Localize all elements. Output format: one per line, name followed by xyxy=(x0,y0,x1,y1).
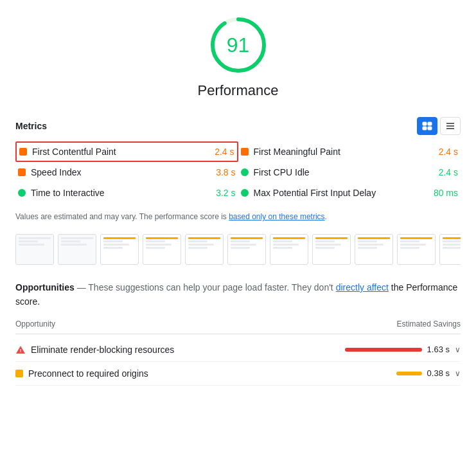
metric-time-to-interactive: Time to Interactive 3.2 s xyxy=(15,183,238,203)
metric-dot-fci xyxy=(241,168,249,176)
svg-rect-3 xyxy=(428,122,432,125)
metric-first-cpu-idle: First CPU Idle 2.4 s xyxy=(238,162,461,183)
metrics-header: Metrics xyxy=(15,117,461,135)
filmstrip-frame-4 xyxy=(143,234,181,265)
metrics-link[interactable]: based only on these metrics xyxy=(229,212,324,221)
filmstrip xyxy=(15,231,461,267)
opp-bar-container-preconnect: 0.38 s ∨ xyxy=(396,368,461,378)
grid-view-button[interactable] xyxy=(417,117,437,135)
opp-col-name: Opportunity xyxy=(15,320,55,328)
opp-expand-preconnect[interactable]: ∨ xyxy=(455,369,461,378)
score-section: 91 Performance xyxy=(15,13,461,109)
square-orange-icon xyxy=(15,370,23,377)
metric-name-fid: Max Potential First Input Delay xyxy=(254,188,428,198)
opp-value-preconnect: 0.38 s xyxy=(427,368,450,378)
opp-name-render-blocking: Eliminate render-blocking resources xyxy=(31,345,340,355)
metric-name-fci: First CPU Idle xyxy=(254,167,434,177)
filmstrip-frame-9 xyxy=(355,234,393,265)
opportunities-subtitle: — These suggestions can help your page l… xyxy=(75,282,336,292)
metrics-grid: First Contentful Paint 2.4 s First Meani… xyxy=(15,141,461,203)
view-toggle xyxy=(417,117,461,135)
metric-dot-fmp xyxy=(241,148,249,156)
list-view-button[interactable] xyxy=(440,117,461,135)
opp-bar-preconnect xyxy=(396,372,422,375)
opportunities-title: Opportunities xyxy=(15,282,75,292)
metric-dot-fcp xyxy=(19,148,27,156)
opp-name-preconnect: Preconnect to required origins xyxy=(28,368,391,379)
metric-value-tti: 3.2 s xyxy=(216,188,235,198)
metric-max-fid: Max Potential First Input Delay 80 ms xyxy=(238,183,461,203)
filmstrip-frame-6 xyxy=(227,234,266,265)
performance-label: Performance xyxy=(198,82,279,99)
metric-first-meaningful-paint: First Meaningful Paint 2.4 s xyxy=(238,141,461,162)
opp-item-preconnect: Preconnect to required origins 0.38 s ∨ xyxy=(15,362,461,386)
score-value: 91 xyxy=(227,33,250,57)
svg-rect-4 xyxy=(423,127,427,130)
metric-value-fmp: 2.4 s xyxy=(439,147,458,157)
metric-name-tti: Time to Interactive xyxy=(31,188,211,198)
filmstrip-frame-5 xyxy=(185,234,224,265)
list-icon xyxy=(445,122,455,130)
svg-rect-2 xyxy=(423,122,427,125)
opportunities-header: Opportunities — These suggestions can he… xyxy=(15,280,461,309)
metric-dot-tti xyxy=(18,189,26,197)
metric-first-contentful-paint: First Contentful Paint 2.4 s xyxy=(15,141,238,162)
metrics-info-text: Values are estimated and may vary. The p… xyxy=(15,211,461,222)
metric-speed-index: Speed Index 3.8 s xyxy=(15,162,238,183)
filmstrip-frame-1 xyxy=(15,234,54,265)
directly-affect-link[interactable]: directly affect xyxy=(336,282,389,292)
filmstrip-frame-8 xyxy=(312,234,351,265)
filmstrip-frame-10 xyxy=(397,234,436,265)
metric-name-fmp: First Meaningful Paint xyxy=(254,147,434,157)
metric-value-si: 3.8 s xyxy=(216,167,235,177)
filmstrip-frame-7 xyxy=(270,234,308,265)
grid-icon xyxy=(422,122,432,130)
metric-dot-si xyxy=(18,168,26,176)
filmstrip-frame-2 xyxy=(58,234,96,265)
opp-item-render-blocking: ! Eliminate render-blocking resources 1.… xyxy=(15,338,461,362)
metric-value-fci: 2.4 s xyxy=(439,167,458,177)
metric-dot-fid xyxy=(241,189,249,197)
warning-triangle-icon: ! xyxy=(15,345,26,355)
metrics-title: Metrics xyxy=(15,121,47,131)
opp-col-savings: Estimated Savings xyxy=(397,320,461,328)
svg-text:!: ! xyxy=(20,348,22,354)
opp-bar-container-render-blocking: 1.63 s ∨ xyxy=(345,345,461,354)
filmstrip-frame-3 xyxy=(100,234,139,265)
opp-expand-render-blocking[interactable]: ∨ xyxy=(455,345,461,354)
opp-bar-render-blocking xyxy=(345,348,422,352)
opp-value-render-blocking: 1.63 s xyxy=(427,345,450,354)
svg-rect-5 xyxy=(428,127,432,130)
opportunities-table-header: Opportunity Estimated Savings xyxy=(15,317,461,334)
metric-value-fid: 80 ms xyxy=(434,188,458,198)
metric-value-fcp: 2.4 s xyxy=(215,147,234,157)
score-circle: 91 xyxy=(206,13,270,77)
metric-name-fcp: First Contentful Paint xyxy=(32,147,209,157)
metric-name-si: Speed Index xyxy=(31,167,211,177)
filmstrip-frame-11 xyxy=(439,234,461,265)
